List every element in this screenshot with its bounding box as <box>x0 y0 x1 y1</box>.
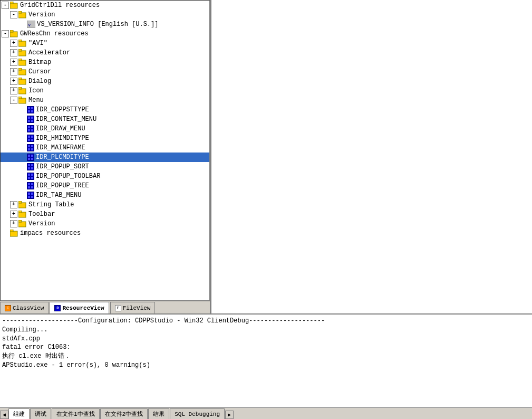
expand-icon-menu[interactable]: - <box>10 97 17 104</box>
menu-item-icon-idr_mainframe <box>27 144 34 151</box>
tab-classview[interactable]: CClassView <box>0 302 49 313</box>
tree-item-idr_context_menu[interactable]: IDR_CONTEXT_MENU <box>1 115 209 124</box>
tab-resourceview-label: ResourceView <box>62 305 104 311</box>
tab-resourceview[interactable]: RResourceView <box>50 302 109 313</box>
tree-item-icon[interactable]: + Icon <box>1 86 209 96</box>
svg-rect-36 <box>31 129 33 131</box>
tree-item-version_group[interactable]: - Version <box>1 10 209 20</box>
tree-item-vs_version_info[interactable]: v VS_VERSION_INFO [English [U.S.]] <box>1 20 209 29</box>
svg-rect-45 <box>28 148 30 150</box>
bottom-tab-find2[interactable]: 在文件2中查找 <box>100 408 148 419</box>
bottom-tab-debug[interactable]: 调试 <box>30 408 51 419</box>
tree-item-menu[interactable]: - Menu <box>1 96 209 105</box>
svg-rect-49 <box>31 155 33 157</box>
expand-icon-bitmap[interactable]: + <box>10 59 17 66</box>
svg-rect-56 <box>31 167 33 169</box>
main-container: - GridCtrlDll resources- Version v VS_VE… <box>0 0 532 419</box>
tree-item-dialog[interactable]: + Dialog <box>1 77 209 86</box>
tree-label-toolbar: Toolbar <box>28 211 55 218</box>
svg-rect-44 <box>31 145 33 147</box>
svg-rect-64 <box>31 183 33 185</box>
bottom-tab-build[interactable]: 组建 <box>8 408 30 419</box>
folder-icon-bitmap <box>18 59 27 66</box>
tree-label-version2: Version <box>28 220 55 227</box>
output-line: --------------------Configuration: CDPPS… <box>2 317 530 326</box>
svg-rect-53 <box>28 164 30 166</box>
output-text: --------------------Configuration: CDPPS… <box>0 315 532 407</box>
tree-label-cursor: Cursor <box>28 68 51 75</box>
bottom-tab-result[interactable]: 结果 <box>148 408 169 419</box>
resourceview-icon: R <box>54 305 61 311</box>
expand-icon-avi[interactable]: + <box>10 40 17 47</box>
tree-item-string_table[interactable]: + String Table <box>1 200 209 210</box>
menu-item-icon-idr_popup_toolbar <box>27 173 34 180</box>
left-panel: - GridCtrlDll resources- Version v VS_VE… <box>0 0 211 313</box>
svg-rect-3 <box>18 11 22 13</box>
tab-classview-label: ClassView <box>13 305 44 311</box>
tree-item-idr_popup_toolbar[interactable]: IDR_POPUP_TOOLBAR <box>1 172 209 181</box>
tree-item-idr_plcmditype[interactable]: IDR_PLCMDITYPE <box>1 153 209 162</box>
svg-rect-51 <box>31 158 33 160</box>
expand-icon-icon[interactable]: + <box>10 87 17 94</box>
tree-item-idr_popup_sort[interactable]: IDR_POPUP_SORT <box>1 162 209 172</box>
tree-item-cursor[interactable]: + Cursor <box>1 67 209 77</box>
tree-item-gwreschn[interactable]: - GWResChn resources <box>1 29 209 39</box>
tree-item-idr_cdppsttype[interactable]: IDR_CDPPSTTYPE <box>1 105 209 115</box>
svg-rect-41 <box>31 139 33 141</box>
menu-item-icon-idr_hmimditype <box>27 135 34 142</box>
resource-tree[interactable]: - GridCtrlDll resources- Version v VS_VE… <box>0 0 210 301</box>
tab-fileview[interactable]: FFileView <box>110 302 156 313</box>
folder-icon-accelerator <box>18 49 27 56</box>
menu-item-icon-idr_context_menu <box>27 116 34 123</box>
tree-label-idr_draw_menu: IDR_DRAW_MENU <box>36 125 85 132</box>
tree-item-toolbar[interactable]: + Toolbar <box>1 210 209 219</box>
output-line: 执行 cl.exe 时出错． <box>2 352 530 361</box>
tree-item-idr_hmimditype[interactable]: IDR_HMIMDITYPE <box>1 134 209 143</box>
expand-icon-version_group[interactable]: - <box>10 11 17 18</box>
svg-rect-7 <box>10 30 13 32</box>
svg-rect-34 <box>31 126 33 128</box>
expand-icon-toolbar[interactable]: + <box>10 211 17 218</box>
tree-item-idr_popup_tree[interactable]: IDR_POPUP_TREE <box>1 181 209 191</box>
tree-label-bitmap: Bitmap <box>28 59 51 66</box>
expand-icon-string_table[interactable]: + <box>10 201 17 208</box>
tree-item-idr_draw_menu[interactable]: IDR_DRAW_MENU <box>1 124 209 134</box>
tree-label-idr_context_menu: IDR_CONTEXT_MENU <box>36 116 96 123</box>
output-line: fatal error C1063: <box>2 343 530 352</box>
tree-item-idr_tab_menu[interactable]: IDR_TAB_MENU <box>1 191 209 200</box>
tree-label-vs_version_info: VS_VERSION_INFO [English [U.S.]] <box>37 21 158 28</box>
tree-item-idr_mainframe[interactable]: IDR_MAINFRAME <box>1 143 209 153</box>
svg-rect-23 <box>28 107 30 109</box>
bottom-tab-find1[interactable]: 在文件1中查找 <box>52 408 100 419</box>
tree-item-bitmap[interactable]: + Bitmap <box>1 58 209 67</box>
tree-label-idr_popup_sort: IDR_POPUP_SORT <box>36 163 89 170</box>
tree-item-gridctrldll[interactable]: - GridCtrlDll resources <box>1 1 209 10</box>
svg-text:v: v <box>28 22 31 27</box>
expand-icon-cursor[interactable]: + <box>10 68 17 75</box>
tree-item-impacs[interactable]: impacs resources <box>1 228 209 238</box>
menu-item-icon-idr_cdppsttype <box>27 106 34 113</box>
svg-rect-38 <box>28 136 30 138</box>
nav-arrow-right[interactable]: ▶ <box>225 411 234 419</box>
folder-icon-icon <box>18 87 27 94</box>
expand-icon-dialog[interactable]: + <box>10 78 17 85</box>
svg-rect-30 <box>28 120 30 122</box>
tree-item-avi[interactable]: + "AVI" <box>1 39 209 48</box>
output-line: stdAfx.cpp <box>2 335 530 344</box>
folder-icon-gwreschn <box>10 30 18 37</box>
tree-label-gwreschn: GWResChn resources <box>20 30 89 37</box>
tree-label-impacs: impacs resources <box>20 230 81 237</box>
expand-icon-gridctrldll[interactable]: - <box>2 2 9 9</box>
tree-item-version2[interactable]: + Version <box>1 219 209 228</box>
expand-icon-gwreschn[interactable]: - <box>2 30 9 37</box>
nav-arrow-left[interactable]: ◀ <box>0 411 8 419</box>
menu-item-icon-idr_plcmditype <box>27 154 34 161</box>
svg-rect-35 <box>28 129 30 131</box>
tree-label-icon: Icon <box>28 87 44 94</box>
bottom-tab-bar: ◀组建调试在文件1中查找在文件2中查找结果SQL Debugging▶ <box>0 407 532 419</box>
expand-icon-version2[interactable]: + <box>10 220 17 227</box>
output-line: APStudio.exe - 1 error(s), 0 warning(s) <box>2 361 530 370</box>
expand-icon-accelerator[interactable]: + <box>10 49 17 56</box>
tree-item-accelerator[interactable]: + Accelerator <box>1 48 209 58</box>
bottom-tab-sqldebug[interactable]: SQL Debugging <box>170 408 225 419</box>
